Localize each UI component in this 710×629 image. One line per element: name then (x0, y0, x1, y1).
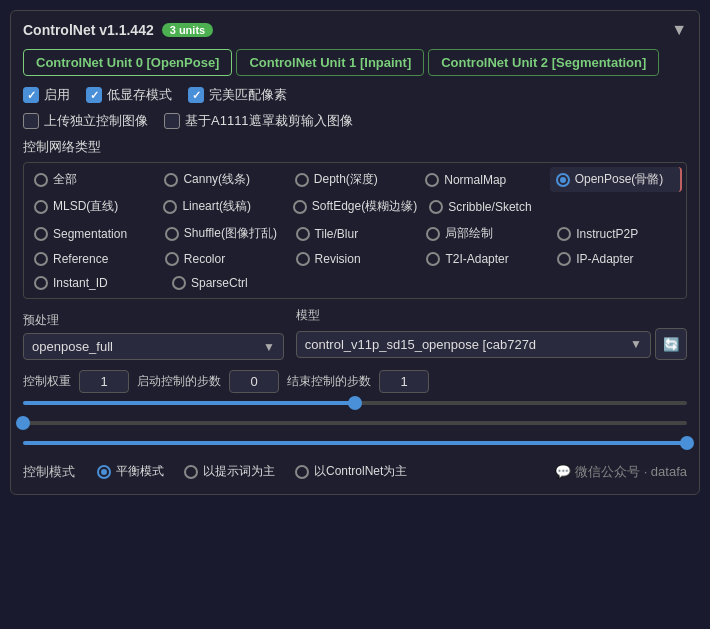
radio-shuffle[interactable]: Shuffle(图像打乱) (159, 221, 290, 246)
radio-mlsd-label: MLSD(直线) (53, 198, 118, 215)
tab-unit-0[interactable]: ControlNet Unit 0 [OpenPose] (23, 49, 232, 76)
checkbox-perfect-pixel[interactable]: ✓ 完美匹配像素 (188, 86, 287, 104)
radio-normalmap-label: NormalMap (444, 173, 506, 187)
checkbox-based-on-mask[interactable]: 基于A1111遮罩裁剪输入图像 (164, 112, 353, 130)
preprocess-label: 预处理 (23, 312, 284, 329)
end-input[interactable] (379, 370, 429, 393)
radio-canny[interactable]: Canny(线条) (158, 167, 288, 192)
start-slider-track (23, 421, 687, 425)
radio-instructp2p[interactable]: InstructP2P (551, 223, 682, 245)
radio-controlnet-based[interactable]: 以ControlNet为主 (289, 459, 413, 484)
controlnet-panel: ControlNet v1.1.442 3 units ▼ ControlNet… (10, 10, 700, 495)
checkbox-perfect-pixel-label: 完美匹配像素 (209, 86, 287, 104)
checkbox-upload-box[interactable] (23, 113, 39, 129)
radio-lineart-circle (163, 200, 177, 214)
radio-all-circle (34, 173, 48, 187)
radio-lineart[interactable]: Lineart(线稿) (157, 194, 286, 219)
radio-openpose-label: OpenPose(骨骼) (575, 171, 664, 188)
weight-input[interactable] (79, 370, 129, 393)
radio-mlsd[interactable]: MLSD(直线) (28, 194, 157, 219)
radio-all[interactable]: 全部 (28, 167, 158, 192)
checkbox-low-vram-box[interactable]: ✓ (86, 87, 102, 103)
radio-softedge-circle (293, 200, 307, 214)
radio-recolor[interactable]: Recolor (159, 248, 290, 270)
model-value: control_v11p_sd15_openpose [cab727d (305, 337, 536, 352)
radio-ip-adapter[interactable]: IP-Adapter (551, 248, 682, 270)
radio-local-paint[interactable]: 局部绘制 (420, 221, 551, 246)
radio-canny-circle (164, 173, 178, 187)
radio-tile-blur-circle (296, 227, 310, 241)
model-select[interactable]: control_v11p_sd15_openpose [cab727d ▼ (296, 331, 651, 358)
radio-openpose-circle (556, 173, 570, 187)
radio-segmentation-label: Segmentation (53, 227, 127, 241)
check-icon-2: ✓ (90, 89, 99, 102)
radio-reference-label: Reference (53, 252, 108, 266)
radio-depth[interactable]: Depth(深度) (289, 167, 419, 192)
checkbox-enable-label: 启用 (44, 86, 70, 104)
model-group: 模型 control_v11p_sd15_openpose [cab727d ▼… (296, 307, 687, 360)
end-slider-container (23, 437, 687, 449)
network-row-4: Reference Recolor Revision T2I-Adapter I… (28, 248, 682, 270)
radio-softedge[interactable]: SoftEdge(模糊边缘) (287, 194, 423, 219)
radio-prompt-label: 以提示词为主 (203, 463, 275, 480)
checkbox-mask-box[interactable] (164, 113, 180, 129)
radio-ip-label: IP-Adapter (576, 252, 633, 266)
radio-sparsectrl[interactable]: SparseCtrl (166, 272, 304, 294)
start-slider-container (23, 417, 687, 429)
weight-slider-thumb[interactable] (348, 396, 362, 410)
checkbox-enable[interactable]: ✓ 启用 (23, 86, 70, 104)
radio-tile-blur[interactable]: Tile/Blur (290, 223, 421, 245)
model-label: 模型 (296, 307, 687, 324)
checkbox-low-vram[interactable]: ✓ 低显存模式 (86, 86, 172, 104)
end-slider-thumb[interactable] (680, 436, 694, 450)
radio-normalmap[interactable]: NormalMap (419, 169, 549, 191)
tabs-row: ControlNet Unit 0 [OpenPose] ControlNet … (23, 49, 687, 76)
radio-recolor-label: Recolor (184, 252, 225, 266)
radio-scribble-circle (429, 200, 443, 214)
checkbox-row-1: ✓ 启用 ✓ 低显存模式 ✓ 完美匹配像素 (23, 86, 687, 104)
radio-shuffle-circle (165, 227, 179, 241)
control-mode-section: 控制模式 平衡模式 以提示词为主 以ControlNet为主 (23, 459, 413, 484)
start-label: 启动控制的步数 (137, 373, 221, 390)
radio-local-paint-label: 局部绘制 (445, 225, 493, 242)
radio-shuffle-label: Shuffle(图像打乱) (184, 225, 277, 242)
end-label: 结束控制的步数 (287, 373, 371, 390)
end-slider-track (23, 441, 687, 445)
watermark-text: 微信公众号 · datafa (575, 464, 687, 479)
checkbox-upload-label: 上传独立控制图像 (44, 112, 148, 130)
radio-scribble-label: Scribble/Sketch (448, 200, 531, 214)
radio-prompt-based[interactable]: 以提示词为主 (178, 459, 281, 484)
sliders-section (23, 397, 687, 449)
start-input[interactable] (229, 370, 279, 393)
radio-scribble[interactable]: Scribble/Sketch (423, 196, 552, 218)
radio-openpose[interactable]: OpenPose(骨骼) (550, 167, 682, 192)
chevron-down-icon[interactable]: ▼ (671, 21, 687, 39)
tab-unit-1[interactable]: ControlNet Unit 1 [Inpaint] (236, 49, 424, 76)
network-row-2: MLSD(直线) Lineart(线稿) SoftEdge(模糊边缘) Scri… (28, 194, 682, 219)
watermark: 💬 微信公众号 · datafa (555, 463, 687, 481)
radio-reference[interactable]: Reference (28, 248, 159, 270)
start-slider-thumb[interactable] (16, 416, 30, 430)
radio-segmentation[interactable]: Segmentation (28, 223, 159, 245)
network-row-5: Instant_ID SparseCtrl (28, 272, 682, 294)
checkbox-perfect-pixel-box[interactable]: ✓ (188, 87, 204, 103)
radio-tile-blur-label: Tile/Blur (315, 227, 359, 241)
checkbox-upload-independent[interactable]: 上传独立控制图像 (23, 112, 148, 130)
model-arrow-icon: ▼ (630, 337, 642, 351)
radio-controlnet-label: 以ControlNet为主 (314, 463, 407, 480)
radio-softedge-label: SoftEdge(模糊边缘) (312, 198, 417, 215)
radio-revision[interactable]: Revision (290, 248, 421, 270)
radio-all-label: 全部 (53, 171, 77, 188)
radio-row2-empty (553, 203, 682, 211)
controls-row: 控制权重 启动控制的步数 结束控制的步数 (23, 370, 687, 393)
weight-label: 控制权重 (23, 373, 71, 390)
radio-t2i-adapter[interactable]: T2I-Adapter (420, 248, 551, 270)
header-row: ControlNet v1.1.442 3 units ▼ (23, 21, 687, 39)
radio-balance[interactable]: 平衡模式 (91, 459, 170, 484)
refresh-button[interactable]: 🔄 (655, 328, 687, 360)
preprocess-select[interactable]: openpose_full ▼ (23, 333, 284, 360)
checkbox-enable-box[interactable]: ✓ (23, 87, 39, 103)
tab-unit-2[interactable]: ControlNet Unit 2 [Segmentation] (428, 49, 659, 76)
preprocess-group: 预处理 openpose_full ▼ (23, 312, 284, 360)
radio-instant-id[interactable]: Instant_ID (28, 272, 166, 294)
